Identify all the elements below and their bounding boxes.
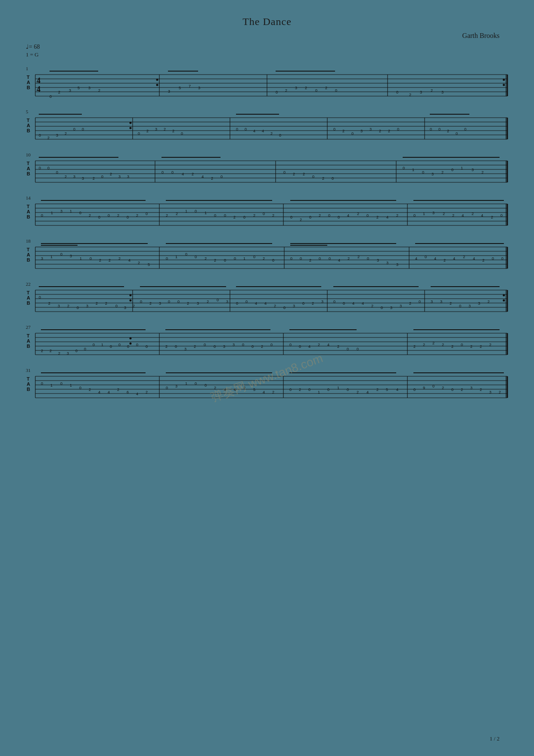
svg-point-415 — [130, 337, 132, 340]
svg-text:5: 5 — [386, 387, 388, 392]
svg-text:0: 0 — [242, 343, 244, 347]
svg-text:0: 0 — [328, 213, 330, 218]
svg-text:0: 0 — [138, 131, 140, 136]
svg-text:0: 0 — [276, 90, 278, 94]
svg-text:2: 2 — [98, 88, 100, 93]
svg-text:4: 4 — [352, 301, 354, 306]
svg-text:2: 2 — [461, 387, 463, 392]
svg-text:4: 4 — [473, 256, 475, 261]
svg-text:A: A — [27, 338, 30, 344]
svg-text:3: 3 — [360, 129, 363, 133]
svg-text:2: 2 — [357, 390, 359, 394]
svg-text:0: 0 — [127, 215, 129, 219]
svg-text:0: 0 — [343, 301, 345, 306]
svg-text:1: 1 — [80, 256, 82, 261]
svg-text:3: 3 — [69, 88, 71, 93]
svg-text:2: 2 — [487, 300, 490, 304]
svg-text:4: 4 — [308, 344, 310, 349]
svg-text:2: 2 — [65, 175, 67, 179]
svg-text:0: 0 — [214, 213, 216, 218]
svg-text:2: 2 — [89, 213, 91, 218]
svg-text:5: 5 — [148, 262, 150, 267]
section-7: 27 T A B 2 2 2 — [26, 325, 508, 360]
svg-text:2: 2 — [261, 344, 263, 349]
section-4: 14 T A B 0 1 3 — [26, 196, 508, 231]
svg-text:1: 1 — [185, 209, 187, 213]
svg-text:2: 2 — [319, 213, 321, 218]
svg-text:0: 0 — [41, 381, 43, 386]
svg-text:4: 4 — [128, 258, 130, 262]
svg-text:T: T — [27, 161, 30, 166]
svg-text:4: 4 — [434, 256, 436, 261]
svg-text:0: 0 — [501, 256, 503, 261]
svg-point-43 — [156, 84, 158, 86]
svg-text:2: 2 — [146, 390, 148, 394]
svg-text:2: 2 — [447, 129, 449, 133]
svg-text:1: 1 — [185, 381, 187, 386]
svg-text:3: 3 — [472, 168, 474, 172]
svg-text:3: 3 — [41, 256, 43, 261]
svg-text:2: 2 — [442, 386, 444, 390]
svg-text:3: 3 — [67, 351, 69, 356]
svg-text:2: 2 — [96, 301, 98, 306]
svg-text:0: 0 — [283, 170, 286, 175]
svg-text:4: 4 — [362, 301, 364, 306]
svg-text:2: 2 — [312, 301, 314, 306]
svg-text:2: 2 — [118, 256, 121, 261]
svg-text:3: 3 — [60, 209, 62, 213]
svg-text:A: A — [27, 381, 30, 387]
svg-text:2: 2 — [47, 136, 50, 140]
svg-text:4: 4 — [415, 256, 417, 261]
svg-text:2: 2 — [342, 129, 345, 133]
svg-text:0: 0 — [195, 255, 197, 259]
svg-text:2: 2 — [472, 212, 474, 216]
svg-text:3: 3 — [226, 300, 228, 304]
svg-text:1: 1 — [50, 383, 53, 387]
svg-text:0: 0 — [234, 256, 236, 261]
svg-text:2: 2 — [214, 258, 216, 262]
svg-text:1: 1 — [70, 209, 72, 213]
section-3: 10 T A B 0 0 0 — [26, 153, 508, 187]
svg-text:0: 0 — [461, 343, 463, 347]
svg-text:A: A — [27, 295, 30, 300]
svg-text:0: 0 — [79, 386, 81, 390]
svg-text:2: 2 — [300, 218, 302, 222]
svg-text:B: B — [27, 214, 30, 219]
svg-text:2: 2 — [480, 387, 482, 392]
svg-text:3: 3 — [175, 384, 177, 388]
svg-text:B: B — [27, 300, 30, 306]
svg-text:7: 7 — [189, 84, 191, 88]
svg-text:4: 4 — [264, 301, 267, 306]
composer-name: Garth Brooks — [17, 32, 517, 40]
svg-text:2: 2 — [211, 176, 213, 181]
svg-text:0: 0 — [220, 175, 223, 179]
svg-text:T: T — [27, 118, 30, 123]
svg-text:2: 2 — [214, 386, 216, 390]
svg-text:0: 0 — [75, 349, 78, 353]
svg-text:0: 0 — [333, 127, 335, 131]
svg-text:3: 3 — [478, 301, 480, 306]
svg-text:0: 0 — [56, 170, 58, 175]
svg-text:0: 0 — [309, 215, 311, 219]
svg-text:3: 3 — [86, 304, 88, 308]
svg-text:4: 4 — [37, 85, 40, 94]
svg-text:3: 3 — [420, 90, 422, 94]
svg-text:0: 0 — [430, 127, 432, 131]
svg-text:0: 0 — [290, 215, 292, 219]
svg-text:2: 2 — [146, 129, 149, 133]
svg-text:0: 0 — [39, 133, 41, 137]
svg-text:2: 2 — [205, 256, 207, 261]
svg-text:0: 0 — [347, 347, 349, 351]
svg-text:3: 3 — [469, 304, 471, 308]
svg-text:A: A — [27, 123, 30, 128]
svg-text:2: 2 — [176, 212, 178, 216]
svg-text:0: 0 — [413, 213, 416, 218]
svg-text:4: 4 — [481, 213, 483, 218]
svg-text:0: 0 — [438, 127, 441, 131]
svg-text:4: 4 — [234, 387, 236, 392]
svg-text:2: 2 — [481, 170, 484, 175]
svg-text:T: T — [27, 75, 30, 80]
svg-text:2: 2 — [463, 255, 465, 259]
svg-text:0: 0 — [93, 343, 95, 347]
svg-text:2: 2 — [482, 258, 484, 262]
